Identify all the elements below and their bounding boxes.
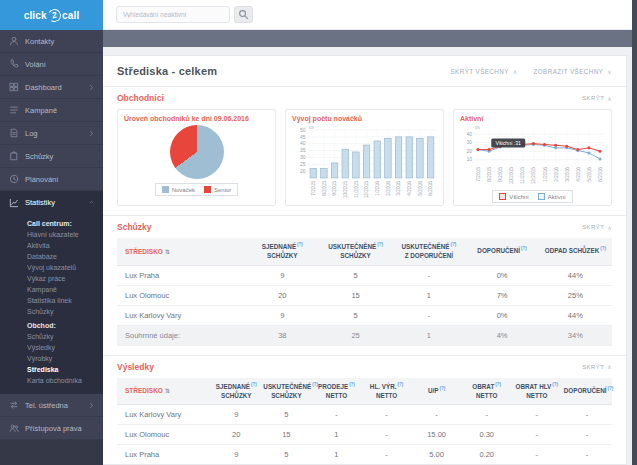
sidebar-item-kontakty[interactable]: Kontakty xyxy=(0,30,103,53)
table-header-row: STŘEDISKO⇅SJEDNANÉ(?)SCHŮZKYUSKUTEČNĚNÉ(… xyxy=(117,238,612,265)
table-cell: 15 xyxy=(261,425,311,445)
pie-chart[interactable] xyxy=(170,125,224,179)
svg-text:35: 35 xyxy=(300,148,306,154)
svg-text:10: 10 xyxy=(466,157,472,163)
svg-text:6/2016: 6/2016 xyxy=(428,181,433,196)
bar-chart-canvas[interactable]: os202530354045507/20158/20159/201510/201… xyxy=(292,124,438,202)
sidebar-subitem-karta-obchodnika[interactable]: Karta obchodníka xyxy=(27,375,97,386)
row-label: Lux Praha xyxy=(117,265,246,285)
svg-text:30: 30 xyxy=(466,140,472,146)
svg-text:50: 50 xyxy=(300,127,306,133)
legend-item: Všichni xyxy=(499,193,528,200)
sidebar-item-planovani[interactable]: Plánování xyxy=(0,168,103,191)
sidebar-item-pristupova-prava[interactable]: Přístupová práva xyxy=(0,417,103,440)
sidebar-item-statistiky[interactable]: Statistiky xyxy=(0,191,103,214)
show-all-link[interactable]: ZOBRAZIT VŠECHNY∨ xyxy=(534,68,612,75)
sidebar-subitem-statistika-linek[interactable]: Statistika linek xyxy=(27,295,97,306)
page-title: Střediska - celkem xyxy=(117,65,217,77)
table-cell: - xyxy=(562,445,612,465)
sidebar-subitem-strediska[interactable]: Střediska xyxy=(27,364,97,375)
svg-text:20: 20 xyxy=(466,148,472,154)
help-icon[interactable]: (?) xyxy=(607,386,613,391)
table-row[interactable]: Lux Praha95-0%44% xyxy=(117,265,612,285)
sidebar-item-dashboard[interactable]: Dashboard xyxy=(0,76,103,99)
sidebar-subitem-vysledky[interactable]: Výsledky xyxy=(27,342,97,353)
submenu-group-title: Call centrum: xyxy=(27,220,97,227)
schuzky-table: STŘEDISKO⇅SJEDNANÉ(?)SCHŮZKYUSKUTEČNĚNÉ(… xyxy=(117,238,612,346)
table-cell: 1 xyxy=(392,285,465,305)
column-header-uskutecnene-schuzky[interactable]: USKUTEČNĚNÉ(?)SCHŮZKY xyxy=(319,238,392,265)
sidebar-subitem-hlavni-ukazatele[interactable]: Hlavní ukazatele xyxy=(27,229,97,240)
table-row[interactable]: Lux Olomouc201517%25% xyxy=(117,285,612,305)
section-vysledky: Výsledky SKRÝT∧ STŘEDISKO⇅SJEDNANÉ(?)SCH… xyxy=(103,356,626,465)
scrollbar[interactable] xyxy=(632,0,637,465)
grid-icon xyxy=(9,82,19,92)
legend-item: Nováček xyxy=(162,186,195,193)
search-button[interactable] xyxy=(234,6,253,23)
chart-icon xyxy=(9,198,19,208)
help-icon[interactable]: (?) xyxy=(349,382,355,387)
sidebar-item-schuzky[interactable]: Schůzky xyxy=(0,145,103,168)
svg-text:5/2016: 5/2016 xyxy=(418,181,423,196)
sidebar-item-kampane[interactable]: Kampaně xyxy=(0,99,103,122)
row-label: Lux Praha xyxy=(117,445,211,465)
sidebar-subitem-vykaz-prace[interactable]: Výkaz práce xyxy=(27,273,97,284)
logo[interactable]: click2call xyxy=(0,0,103,30)
chart-card-uroven-obchodniku-ke-dni-09-06-2016: Úroveň obchodníků ke dni 09.06.2016Nováč… xyxy=(117,109,276,206)
column-header-sjednane-schuzky[interactable]: SJEDNANÉ(?)SCHŮZKY xyxy=(246,238,319,265)
column-header-prodeje-netto[interactable]: PRODEJE(?)NETTO xyxy=(311,378,361,405)
help-icon[interactable]: (?) xyxy=(397,382,403,387)
sidebar-subitem-vyrobky[interactable]: Výrobky xyxy=(27,353,97,364)
svg-text:3/2016: 3/2016 xyxy=(565,167,570,182)
column-header-uskutecnene-schuzky[interactable]: USKUTEČNĚNÉ(?)SCHŮZKY xyxy=(261,378,311,405)
line-chart-canvas[interactable]: os102030407/20158/20159/201510/201511/20… xyxy=(460,124,606,186)
section-title: Obchodníci xyxy=(117,93,164,103)
hide-all-link[interactable]: SKRÝT VŠECHNY∧ xyxy=(451,68,518,75)
table-row[interactable]: Lux Praha951-5.000.20-- xyxy=(117,445,612,465)
sidebar-subitem-kampane[interactable]: Kampaně xyxy=(27,284,97,295)
sidebar-subitem-schuzky[interactable]: Schůzky xyxy=(27,331,97,342)
table-row[interactable]: Lux Karlovy Vary95-0%44% xyxy=(117,305,612,325)
help-icon[interactable]: (?) xyxy=(495,382,501,387)
search-input[interactable] xyxy=(116,6,230,23)
file-icon xyxy=(9,128,19,138)
help-icon[interactable]: (?) xyxy=(600,246,606,251)
column-header-u-p[interactable]: U/P(?) xyxy=(412,378,462,405)
sidebar-subitem-schuzky[interactable]: Schůzky xyxy=(27,306,97,317)
help-icon[interactable]: (?) xyxy=(377,242,383,247)
table-row[interactable]: Lux Olomouc20151-15.000.30-- xyxy=(117,425,612,445)
chart-tooltip: Všichni :31 xyxy=(491,139,525,148)
hide-section-link[interactable]: SKRÝT∧ xyxy=(582,95,612,102)
sidebar-subitem-vyvoj-ukazatelu[interactable]: Vývoj ukazatelů xyxy=(27,262,97,273)
column-header-stredisko[interactable]: STŘEDISKO⇅ xyxy=(117,378,211,405)
help-icon[interactable]: (?) xyxy=(297,242,303,247)
column-header-stredisko[interactable]: STŘEDISKO⇅ xyxy=(117,238,246,265)
help-icon[interactable]: (?) xyxy=(552,382,558,387)
column-header-doporuceni[interactable]: DOPORUČENÍ(?) xyxy=(562,378,612,405)
sidebar-subitem-databaze[interactable]: Databáze xyxy=(27,251,97,262)
help-icon[interactable]: (?) xyxy=(450,242,456,247)
hide-section-link[interactable]: SKRÝT∧ xyxy=(582,224,612,231)
summary-label: Souhrnné údaje: xyxy=(117,325,246,345)
sidebar-item-log[interactable]: Log xyxy=(0,122,103,145)
hide-section-link[interactable]: SKRÝT∧ xyxy=(582,363,612,370)
table-row[interactable]: Lux Karlovy Vary95------ xyxy=(117,405,612,425)
column-header-hl-vyr-netto[interactable]: HL. VÝR.(?)NETTO xyxy=(361,378,411,405)
svg-text:9/2015: 9/2015 xyxy=(332,181,337,196)
column-header-uskutecnene-z-doporuceni[interactable]: USKUTEČNĚNÉ(?)Z DOPORUČENÍ xyxy=(392,238,465,265)
column-header-sjednane-schuzky[interactable]: SJEDNANÉ(?)SCHŮZKY xyxy=(211,378,261,405)
column-header-obrat-netto[interactable]: OBRAT(?)NETTO xyxy=(462,378,512,405)
sidebar-item-tel-ustredna[interactable]: Tel. ústředna xyxy=(0,394,103,417)
sidebar-subitem-aktivita[interactable]: Aktivita xyxy=(27,240,97,251)
search-bar xyxy=(116,6,253,23)
help-icon[interactable]: (?) xyxy=(439,386,445,391)
help-icon[interactable]: (?) xyxy=(521,246,527,251)
column-header-odpad-schuzek[interactable]: ODPAD SCHŮZEK(?) xyxy=(539,238,612,265)
column-header-doporuceni[interactable]: DOPORUČENÍ(?) xyxy=(465,238,538,265)
sidebar-item-volani[interactable]: Volání xyxy=(0,53,103,76)
help-icon[interactable]: (?) xyxy=(251,382,257,387)
column-header-obrat-hlv-netto[interactable]: OBRAT HLV(?)NETTO xyxy=(512,378,562,405)
svg-text:4/2016: 4/2016 xyxy=(407,181,412,196)
chart-legend: VšichniAktivní xyxy=(492,190,572,203)
table-cell: 5 xyxy=(261,445,311,465)
